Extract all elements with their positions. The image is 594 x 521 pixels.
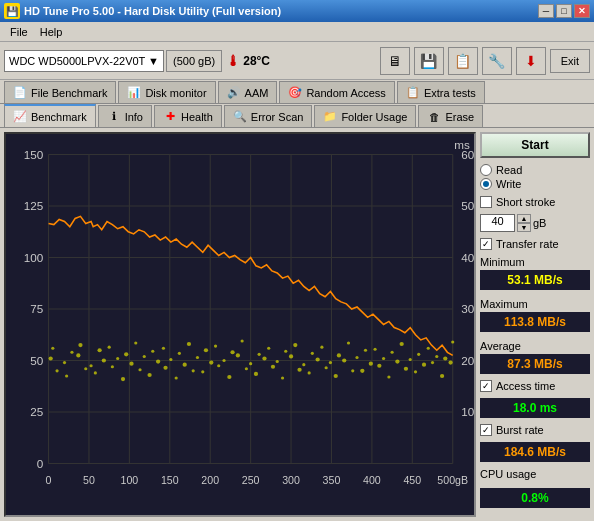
svg-point-76 [55, 369, 58, 372]
title-bar: 💾 HD Tune Pro 5.00 - Hard Disk Utility (… [0, 0, 594, 22]
svg-text:25: 25 [30, 406, 43, 418]
tab-folder-usage[interactable]: 📁 Folder Usage [314, 105, 416, 127]
svg-text:100: 100 [24, 252, 43, 264]
svg-text:30: 30 [461, 303, 474, 315]
svg-text:75: 75 [30, 303, 43, 315]
start-button[interactable]: Start [480, 132, 590, 158]
svg-point-91 [258, 353, 261, 356]
menu-file[interactable]: File [4, 24, 34, 40]
toolbar-btn-5[interactable]: ⬇ [516, 47, 546, 75]
svg-point-110 [108, 346, 111, 349]
svg-point-63 [289, 354, 293, 358]
svg-point-81 [124, 352, 128, 356]
burst-rate-option[interactable]: ✓ Burst rate [480, 424, 590, 436]
stroke-up[interactable]: ▲ [517, 214, 531, 223]
stroke-value-input[interactable]: 40 ▲ ▼ gB [480, 214, 590, 232]
minimum-label: Minimum [480, 256, 590, 268]
exit-button[interactable]: Exit [550, 49, 590, 73]
svg-point-66 [329, 361, 332, 364]
transfer-rate-label: Transfer rate [496, 238, 559, 250]
svg-point-135 [440, 374, 444, 378]
transfer-rate-checkbox[interactable]: ✓ [480, 238, 492, 250]
stroke-down[interactable]: ▼ [517, 223, 531, 232]
erase-icon: 🗑 [427, 110, 441, 124]
svg-text:200: 200 [201, 475, 219, 486]
toolbar-btn-4[interactable]: 🔧 [482, 47, 512, 75]
svg-point-132 [400, 342, 404, 346]
svg-point-101 [391, 351, 394, 354]
tab-erase[interactable]: 🗑 Erase [418, 105, 483, 127]
svg-point-79 [97, 348, 101, 352]
stroke-input[interactable]: 40 [480, 214, 515, 232]
dropdown-arrow: ▼ [148, 55, 159, 67]
svg-point-118 [214, 345, 217, 348]
svg-text:250: 250 [242, 475, 260, 486]
svg-point-82 [138, 368, 141, 371]
tab-aam[interactable]: 🔊 AAM [218, 81, 278, 103]
svg-point-89 [230, 350, 234, 354]
short-stroke-option[interactable]: Short stroke [480, 196, 590, 208]
stroke-unit: gB [533, 217, 546, 229]
svg-point-90 [245, 367, 248, 370]
tab-extra-tests[interactable]: 📋 Extra tests [397, 81, 485, 103]
svg-point-64 [302, 363, 305, 366]
tab-benchmark[interactable]: 📈 Benchmark [4, 104, 96, 127]
tab-file-benchmark[interactable]: 📄 File Benchmark [4, 81, 116, 103]
svg-point-55 [183, 363, 187, 367]
tab-disk-monitor[interactable]: 📊 Disk monitor [118, 81, 215, 103]
svg-text:300: 300 [282, 475, 300, 486]
short-stroke-checkbox[interactable] [480, 196, 492, 208]
read-radio[interactable] [480, 164, 492, 176]
tab-health-label: Health [181, 111, 213, 123]
svg-point-131 [387, 375, 390, 378]
info-icon: ℹ [107, 110, 121, 124]
tab-erase-label: Erase [445, 111, 474, 123]
tab-info[interactable]: ℹ Info [98, 105, 152, 127]
write-radio[interactable] [480, 178, 492, 190]
svg-point-70 [382, 357, 385, 360]
read-option[interactable]: Read [480, 164, 590, 176]
svg-point-47 [76, 353, 80, 357]
svg-text:50: 50 [83, 475, 95, 486]
menu-help[interactable]: Help [34, 24, 69, 40]
access-time-checkbox[interactable]: ✓ [480, 380, 492, 392]
svg-text:350: 350 [323, 475, 341, 486]
svg-point-52 [143, 355, 146, 358]
maximize-button[interactable]: □ [556, 4, 572, 18]
svg-point-92 [271, 365, 275, 369]
transfer-rate-option[interactable]: ✓ Transfer rate [480, 238, 590, 250]
svg-text:20: 20 [461, 355, 474, 367]
svg-point-124 [293, 343, 297, 347]
toolbar-btn-2[interactable]: 💾 [414, 47, 444, 75]
drive-selector[interactable]: WDC WD5000LPVX-22V0T ▼ (500 gB) [4, 50, 222, 72]
svg-point-136 [451, 340, 454, 343]
svg-rect-0 [6, 134, 474, 515]
burst-rate-checkbox[interactable]: ✓ [480, 424, 492, 436]
close-button[interactable]: ✕ [574, 4, 590, 18]
toolbar-btn-1[interactable]: 🖥 [380, 47, 410, 75]
stroke-spinners[interactable]: ▲ ▼ [517, 214, 531, 232]
folder-usage-icon: 📁 [323, 110, 337, 124]
svg-point-108 [78, 343, 82, 347]
tab-random-access[interactable]: 🎯 Random Access [279, 81, 394, 103]
average-label: Average [480, 340, 590, 352]
svg-point-116 [187, 342, 191, 346]
extra-tests-icon: 📋 [406, 86, 420, 100]
drive-dropdown[interactable]: WDC WD5000LPVX-22V0T ▼ [4, 50, 164, 72]
svg-point-105 [443, 356, 447, 360]
svg-point-98 [351, 369, 354, 372]
svg-point-129 [360, 369, 364, 373]
tab-health[interactable]: ✚ Health [154, 105, 222, 127]
write-option[interactable]: Write [480, 178, 590, 190]
toolbar-btn-3[interactable]: 📋 [448, 47, 478, 75]
window-controls[interactable]: ─ □ ✕ [538, 4, 590, 18]
minimize-button[interactable]: ─ [538, 4, 554, 18]
svg-point-120 [241, 339, 244, 342]
drive-name: WDC WD5000LPVX-22V0T [9, 55, 145, 67]
aam-icon: 🔊 [227, 86, 241, 100]
tab-error-scan[interactable]: 🔍 Error Scan [224, 105, 313, 127]
access-time-option[interactable]: ✓ Access time [480, 380, 590, 392]
svg-text:40: 40 [461, 252, 474, 264]
svg-point-134 [427, 347, 430, 350]
svg-point-62 [276, 360, 279, 363]
